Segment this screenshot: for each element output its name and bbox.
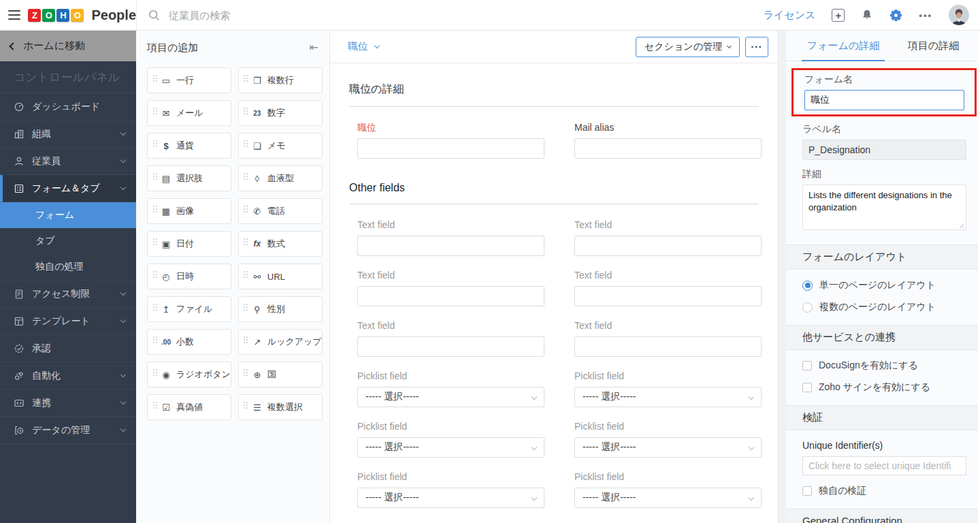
palette-item-multiselect[interactable]: ☰複数選択 — [238, 394, 323, 420]
picklist-select-5[interactable]: ----- 選択----- — [357, 488, 544, 508]
quick-add-icon[interactable]: + — [832, 9, 845, 22]
palette-item-memo[interactable]: ❏メモ — [238, 133, 323, 159]
service-option-label: DocuSignを有効にする — [819, 360, 918, 372]
palette-item-country[interactable]: ⊕国 — [238, 362, 323, 387]
palette-item-label: 電話 — [267, 205, 285, 217]
palette-item-blood-group[interactable]: ◊血液型 — [238, 165, 323, 191]
field-label-designation: 職位 — [357, 122, 544, 133]
select-placeholder: ----- 選択----- — [365, 492, 419, 504]
palette-item-datetime[interactable]: ◴日時 — [147, 264, 231, 289]
picklist-icon: ▤ — [159, 174, 173, 184]
text-field-label: Text field — [357, 320, 544, 332]
sidebar-subitem-forms[interactable]: フォーム — [0, 202, 136, 228]
collapse-panel-icon[interactable]: ⇤ — [310, 42, 318, 53]
palette-item-label: 複数行 — [267, 74, 294, 86]
text-field-input-6[interactable] — [574, 336, 762, 357]
form-name-input[interactable] — [804, 90, 964, 110]
form-field-text-1: Text field — [357, 219, 544, 256]
text-field-input-4[interactable] — [574, 286, 762, 306]
palette-item-phone[interactable]: ✆電話 — [238, 198, 323, 224]
designation-input[interactable] — [357, 138, 544, 159]
mail-alias-input[interactable] — [574, 138, 762, 159]
text-field-input-3[interactable] — [357, 286, 544, 306]
picklist-select-3[interactable]: ----- 選択----- — [357, 437, 544, 458]
forms-tabs-icon — [14, 183, 24, 194]
sidebar-item-approvals[interactable]: 承認 — [0, 335, 136, 362]
radio-selected-icon — [802, 281, 813, 291]
enable-zoho-sign-checkbox-row[interactable]: Zoho サインを有効にする — [786, 381, 980, 394]
custom-validation-label: 独自の検証 — [819, 485, 866, 497]
email-icon: ✉ — [159, 108, 173, 118]
picklist-select-6[interactable]: ----- 選択----- — [574, 488, 762, 508]
palette-item-decimal[interactable]: .00小数 — [147, 329, 231, 355]
unique-identifier-input[interactable] — [802, 456, 966, 475]
layout-option-multi-page[interactable]: 複数のページのレイアウト — [786, 301, 980, 313]
enable-docusign-checkbox-row[interactable]: DocuSignを有効にする — [786, 360, 980, 372]
more-actions-button[interactable]: ··· — [745, 37, 768, 57]
palette-item-label: URL — [267, 272, 285, 282]
sidebar-item-access-restriction[interactable]: アクセス制限 — [0, 281, 136, 308]
palette-item-multi-line[interactable]: ❐複数行 — [238, 67, 323, 93]
sidebar-subitem-tabs[interactable]: タブ — [0, 228, 136, 254]
sidebar-item-templates[interactable]: テンプレート — [0, 308, 136, 335]
sidebar-item-dashboard[interactable]: ダッシュボード — [0, 93, 136, 121]
tab-form-details[interactable]: フォームの詳細 — [807, 31, 879, 61]
palette-item-file[interactable]: ↥ファイル — [147, 296, 231, 322]
custom-validation-checkbox-row[interactable]: 独自の検証 — [786, 485, 980, 497]
approval-icon — [14, 343, 24, 354]
sidebar-item-organization[interactable]: 組織 — [0, 121, 136, 148]
back-to-home[interactable]: ホームに移動 — [0, 31, 136, 61]
palette-item-currency[interactable]: $通貨 — [147, 133, 231, 159]
form-selector-dropdown[interactable]: 職位 — [348, 40, 379, 53]
form-field-mail-alias: Mail alias — [574, 122, 762, 159]
picklist-select-2[interactable]: ----- 選択----- — [574, 387, 762, 407]
sidebar-item-employees[interactable]: 従業員 — [0, 148, 136, 175]
palette-item-formula[interactable]: fx数式 — [238, 231, 323, 257]
palette-item-single-line[interactable]: ▭一行 — [147, 67, 231, 93]
text-field-input-5[interactable] — [357, 336, 544, 357]
palette-item-email[interactable]: ✉メール — [147, 100, 231, 126]
palette-item-radio[interactable]: ◉ラジオボタン — [147, 362, 231, 387]
palette-item-url[interactable]: ⚯URL — [238, 264, 323, 289]
palette-item-date[interactable]: ▣日付 — [147, 231, 231, 257]
chevron-down-icon — [374, 43, 380, 48]
zoho-logo[interactable]: Z O H O — [28, 9, 84, 22]
text-field-input-2[interactable] — [574, 236, 762, 256]
hamburger-menu-icon[interactable] — [8, 10, 20, 20]
palette-item-number[interactable]: 23数字 — [238, 100, 323, 126]
description-textarea[interactable]: Lists the different designations in the … — [802, 185, 966, 230]
sidebar-subitem-custom-actions[interactable]: 独自の処理 — [0, 254, 136, 280]
multi-line-icon: ❐ — [250, 76, 264, 86]
palette-item-label: ルックアップ — [267, 336, 322, 348]
palette-item-boolean[interactable]: ☑真偽値 — [147, 394, 231, 420]
chevron-down-icon — [120, 289, 126, 295]
layout-option-single-page[interactable]: 単一のページのレイアウト — [786, 279, 980, 291]
user-avatar[interactable] — [949, 5, 969, 25]
license-link[interactable]: ライセンス — [764, 9, 816, 22]
palette-item-lookup[interactable]: ↗ルックアップ — [238, 329, 323, 355]
notifications-bell-icon[interactable] — [861, 9, 873, 21]
integration-code-icon — [14, 398, 24, 409]
palette-item-gender[interactable]: ⚲性別 — [238, 296, 323, 322]
text-field-label: Text field — [357, 270, 544, 281]
sidebar-item-data-management[interactable]: データの管理 — [0, 417, 136, 444]
more-options-icon[interactable]: ••• — [919, 10, 932, 20]
logo-tile-h: H — [56, 9, 69, 22]
sidebar-item-automation[interactable]: 自動化 — [0, 362, 136, 390]
text-field-input-1[interactable] — [357, 236, 544, 256]
picklist-select-1[interactable]: ----- 選択----- — [357, 387, 544, 407]
sidebar-item-integrations[interactable]: 連携 — [0, 390, 136, 417]
palette-item-label: 日時 — [176, 270, 194, 283]
sidebar-item-label: ダッシュボード — [32, 101, 125, 113]
search-input[interactable] — [169, 10, 455, 21]
settings-gear-icon[interactable] — [889, 9, 902, 22]
sidebar-item-forms-tabs[interactable]: フォーム＆タブ — [0, 175, 136, 202]
palette-item-image[interactable]: ▦画像 — [147, 198, 231, 224]
section-form-layout: フォームのレイアウト — [786, 244, 980, 270]
palette-item-picklist[interactable]: ▤選択肢 — [147, 165, 231, 191]
section-title-other-fields: Other fields — [349, 182, 759, 204]
tab-field-details[interactable]: 項目の詳細 — [908, 31, 959, 61]
picklist-select-4[interactable]: ----- 選択----- — [574, 437, 762, 458]
manage-sections-button[interactable]: セクションの管理 — [636, 37, 740, 57]
logo-tile-o: O — [42, 9, 55, 22]
